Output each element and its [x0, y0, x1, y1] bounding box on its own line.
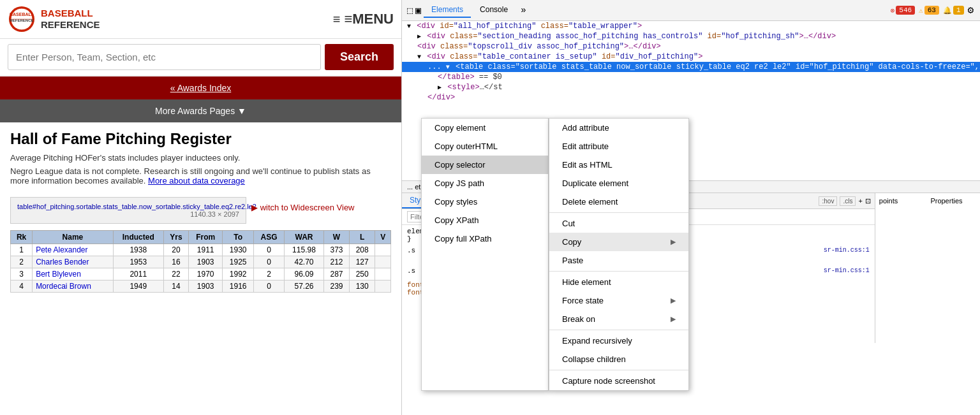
error-count: 546 — [896, 6, 915, 15]
copy-submenu: Copy element Copy outerHTML Copy selecto… — [421, 118, 549, 391]
search-button[interactable]: Search — [325, 44, 394, 70]
dom-line-3[interactable]: <div class="topscroll_div assoc_hof_pitc… — [402, 41, 980, 52]
ctx-delete[interactable]: Delete element — [549, 193, 688, 211]
dom-line-5-selected[interactable]: ... ▼ <table class="sortable stats_table… — [402, 62, 980, 72]
new-style-icon[interactable]: ⊡ — [865, 197, 871, 205]
cell-w: 287 — [323, 268, 349, 280]
ctx-copy-selector[interactable]: Copy selector — [422, 156, 548, 174]
player-link[interactable]: Charles Bender — [36, 258, 89, 266]
triangle-icon[interactable]: ▼ — [446, 64, 450, 71]
cell-war: 96.09 — [285, 268, 324, 280]
dom-line-7[interactable]: ▶ <style>…</st — [402, 82, 980, 92]
ctx-sep-3 — [549, 330, 688, 330]
ctx-expand[interactable]: Expand recursively — [549, 331, 688, 350]
table-info-box: table#hof_pitching.sortable.stats_table.… — [10, 197, 246, 224]
ctx-copy-xpath[interactable]: Copy XPath — [422, 211, 548, 229]
settings-icon[interactable]: ⚙ — [968, 4, 974, 17]
styles-dot-selector: .s — [407, 247, 415, 254]
cell-yrs: 16 — [163, 256, 188, 268]
devtools-toolbar: ⬚ ▣ Elements Console » ⊗ 546 ⚠ 63 🔔 1 ⚙ … — [402, 0, 980, 21]
cell-war: 57.26 — [285, 280, 324, 293]
ctx-copy-styles[interactable]: Copy styles — [422, 193, 548, 211]
ctx-edit-attr[interactable]: Edit attribute — [549, 137, 688, 156]
tab-console[interactable]: Console — [472, 3, 516, 18]
cell-inducted: 1949 — [113, 280, 163, 293]
hov-button[interactable]: :hov — [819, 196, 837, 206]
col-name: Name — [33, 231, 114, 244]
cell-asg: 0 — [254, 280, 285, 293]
cell-to: 1992 — [223, 268, 254, 280]
triangle-icon[interactable]: ▼ — [417, 54, 421, 61]
ctx-copy-outerhtml[interactable]: Copy outerHTML — [422, 137, 548, 156]
ctx-cut[interactable]: Cut — [549, 214, 688, 233]
ctx-force-state-arrow: ▶ — [671, 296, 676, 305]
cell-from: 1903 — [189, 256, 223, 268]
menu-button[interactable]: ≡ ≡MENU — [333, 11, 394, 27]
ctx-break-on[interactable]: Break on ▶ — [549, 310, 688, 328]
awards-index-link[interactable]: « Awards Index — [170, 83, 231, 93]
dom-line-2[interactable]: ▶ <div class="section_heading assoc_hof_… — [402, 31, 980, 41]
ctx-hide[interactable]: Hide element — [549, 273, 688, 291]
info-count: 1 — [953, 6, 964, 15]
cell-l: 250 — [350, 268, 375, 280]
dom-line-4[interactable]: ▼ <div class="table_container is_setup" … — [402, 52, 980, 62]
stats-table: Rk Name Inducted Yrs From To ASG WAR W L… — [10, 230, 391, 293]
styles-source2[interactable]: sr-min.css:1 — [824, 267, 870, 275]
data-coverage-link[interactable]: More about data coverage — [148, 176, 245, 186]
ctx-capture-screenshot[interactable]: Capture node screenshot — [549, 372, 688, 390]
ctx-break-on-label: Break on — [562, 314, 595, 324]
ellipsis: ... — [427, 62, 446, 71]
devtools-toolbar-right: ⊗ 546 ⚠ 63 🔔 1 ⚙ ⋮ ✕ — [891, 4, 980, 17]
triangle-icon[interactable]: ▼ — [407, 23, 411, 30]
col-v: V — [375, 231, 391, 244]
triangle-icon[interactable]: ▶ — [438, 84, 442, 91]
cursor-icon[interactable]: ⬚ — [407, 4, 413, 17]
widescreen-link[interactable]: ▶ witch to Widescreen View — [251, 203, 355, 212]
tab-more[interactable]: » — [517, 3, 530, 18]
dom-line-1[interactable]: ▼ <div id="all_hof_pitching" class="tabl… — [402, 21, 980, 31]
context-menu-overlay: Copy element Copy outerHTML Copy selecto… — [421, 118, 689, 391]
cell-rk: 1 — [11, 244, 33, 256]
ctx-copy-full-xpath[interactable]: Copy full XPath — [422, 229, 548, 248]
dom-line-8[interactable]: </div> — [402, 92, 980, 103]
search-input[interactable] — [8, 44, 321, 70]
ctx-duplicate[interactable]: Duplicate element — [549, 174, 688, 193]
add-style-icon[interactable]: + — [858, 197, 862, 205]
ctx-copy-element[interactable]: Copy element — [422, 119, 548, 137]
ctx-force-state[interactable]: Force state ▶ — [549, 291, 688, 310]
ctx-paste[interactable]: Paste — [549, 251, 688, 270]
cls-button[interactable]: .cls — [840, 196, 856, 206]
ctx-edit-html[interactable]: Edit as HTML — [549, 156, 688, 174]
menu-icon: ≡ — [333, 12, 341, 27]
col-rk: Rk — [11, 231, 33, 244]
cell-name: Bert Blyleven — [33, 268, 114, 280]
error-badge: ⊗ 546 — [891, 6, 915, 15]
col-yrs: Yrs — [163, 231, 188, 244]
cell-yrs: 20 — [163, 244, 188, 256]
ctx-copy[interactable]: Copy ▶ — [549, 233, 688, 251]
col-from: From — [189, 231, 223, 244]
cell-inducted: 2011 — [113, 268, 163, 280]
dom-line-6[interactable]: </table> == $0 — [402, 72, 980, 82]
desc1: Average Pitching HOFer's stats includes … — [10, 153, 391, 163]
cell-from: 1911 — [189, 244, 223, 256]
more-awards-button[interactable]: More Awards Pages ▼ — [0, 99, 401, 122]
device-icon[interactable]: ▣ — [415, 4, 421, 17]
player-link[interactable]: Pete Alexander — [36, 245, 87, 254]
styles-source1[interactable]: sr-min.css:1 — [824, 247, 870, 254]
col-war: WAR — [285, 231, 324, 244]
triangle-icon[interactable]: ▶ — [417, 33, 421, 40]
cell-asg: 0 — [254, 244, 285, 256]
cell-asg: 2 — [254, 268, 285, 280]
tab-elements[interactable]: Elements — [424, 3, 471, 18]
ctx-copy-js-path[interactable]: Copy JS path — [422, 174, 548, 193]
col-inducted: Inducted — [113, 231, 163, 244]
ctx-collapse[interactable]: Collapse children — [549, 350, 688, 368]
table-row: 4 Mordecai Brown 1949 14 1903 1916 0 57.… — [11, 280, 391, 293]
player-link[interactable]: Bert Blyleven — [36, 270, 81, 279]
more-options-icon[interactable]: ⋮ — [977, 4, 980, 17]
ctx-sep-4 — [549, 370, 688, 370]
player-link[interactable]: Mordecai Brown — [36, 282, 91, 291]
site-header: BASEBALL REFERENCE BASEBALL REFERENCE ≡ … — [0, 0, 401, 39]
ctx-add-attr[interactable]: Add attribute — [549, 119, 688, 137]
